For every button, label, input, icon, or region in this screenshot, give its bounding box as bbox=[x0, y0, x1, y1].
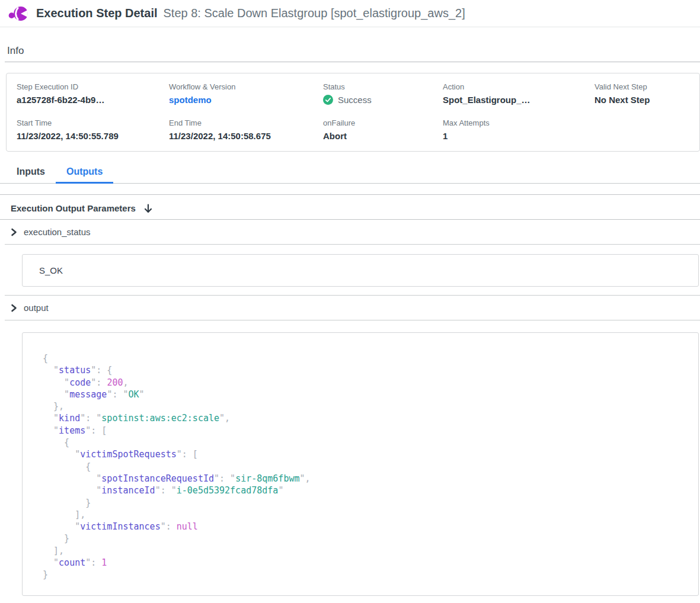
info-grid: Step Execution ID a125728f-6b22-4b9… Wor… bbox=[17, 82, 689, 142]
field-label: Workflow & Version bbox=[169, 82, 323, 91]
param-name-execution-status: execution_status bbox=[24, 227, 91, 237]
field-end-time: End Time 11/23/2022, 14:50:58.675 bbox=[169, 118, 323, 142]
field-label: Action bbox=[443, 82, 594, 91]
page-header: Execution Step Detail Step 8: Scale Down… bbox=[0, 0, 700, 27]
output-parameters-header: Execution Output Parameters bbox=[0, 195, 700, 220]
field-step-execution-id: Step Execution ID a125728f-6b22-4b9… bbox=[17, 82, 169, 105]
field-workflow-version: Workflow & Version spotdemo bbox=[169, 82, 323, 105]
field-label: Status bbox=[323, 82, 443, 91]
field-label: Step Execution ID bbox=[17, 82, 169, 91]
valid-next-step-value: No Next Step bbox=[594, 94, 689, 105]
chevron-right-icon bbox=[11, 228, 17, 236]
param-row-output[interactable]: output bbox=[5, 296, 700, 320]
execution-status-value: S_OK bbox=[39, 265, 63, 275]
output-json-code: { "status": { "code": 200, "message": "O… bbox=[43, 352, 689, 581]
info-heading: Info bbox=[5, 45, 700, 62]
field-start-time: Start Time 11/23/2022, 14:50:55.789 bbox=[17, 118, 169, 142]
chevron-right-icon bbox=[11, 304, 17, 312]
field-max-attempts: Max Attempts 1 bbox=[443, 118, 594, 142]
output-json-box: { "status": { "code": 200, "message": "O… bbox=[22, 332, 699, 596]
field-label: End Time bbox=[169, 118, 323, 127]
field-onfailure: onFailure Abort bbox=[323, 118, 443, 142]
check-circle-icon bbox=[323, 95, 333, 105]
max-attempts-value: 1 bbox=[443, 130, 594, 142]
tab-outputs[interactable]: Outputs bbox=[56, 165, 113, 183]
field-label: Start Time bbox=[17, 118, 169, 127]
field-label: Valid Next Step bbox=[594, 82, 689, 91]
param-row-execution-status[interactable]: execution_status bbox=[5, 220, 700, 245]
field-label: Max Attempts bbox=[443, 118, 594, 127]
field-label: onFailure bbox=[323, 118, 443, 127]
execution-step-detail-page: Execution Step Detail Step 8: Scale Down… bbox=[0, 0, 700, 596]
info-card: Step Execution ID a125728f-6b22-4b9… Wor… bbox=[6, 73, 700, 152]
field-valid-next-step: Valid Next Step No Next Step bbox=[594, 82, 689, 105]
arrow-down-icon[interactable] bbox=[144, 204, 152, 213]
resolve-logo-icon bbox=[8, 4, 29, 23]
param-name-output: output bbox=[24, 303, 49, 313]
page-subtitle: Step 8: Scale Down Elastgroup [spot_elas… bbox=[164, 7, 465, 20]
end-time-value: 11/23/2022, 14:50:58.675 bbox=[169, 130, 323, 142]
workflow-link[interactable]: spotdemo bbox=[169, 94, 323, 105]
execution-status-value-box: S_OK bbox=[22, 254, 699, 287]
start-time-value: 11/23/2022, 14:50:55.789 bbox=[17, 130, 169, 142]
step-execution-id-value: a125728f-6b22-4b9… bbox=[17, 94, 169, 105]
output-parameters-title: Execution Output Parameters bbox=[11, 203, 136, 214]
tab-bar: Inputs Outputs bbox=[0, 165, 700, 184]
tab-inputs[interactable]: Inputs bbox=[6, 165, 56, 183]
page-title: Execution Step Detail bbox=[36, 7, 158, 20]
onfailure-value: Abort bbox=[323, 130, 443, 142]
action-value: Spot_Elastigroup_… bbox=[443, 94, 594, 105]
field-action: Action Spot_Elastigroup_… bbox=[443, 82, 594, 105]
status-text: Success bbox=[338, 94, 372, 105]
status-badge: Success bbox=[323, 94, 443, 105]
field-status: Status Success bbox=[323, 82, 443, 105]
